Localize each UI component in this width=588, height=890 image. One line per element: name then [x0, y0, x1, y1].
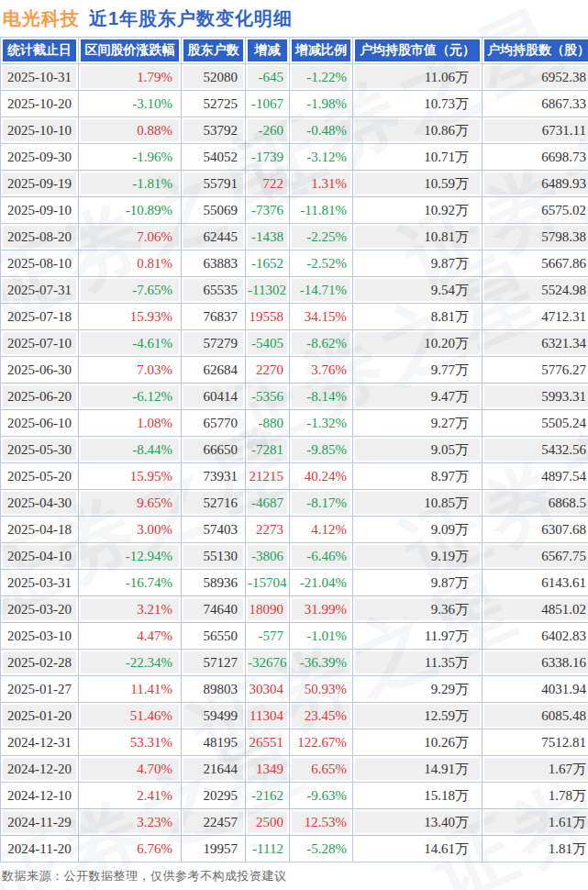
avg-market-value-cell: 9.36万	[353, 596, 482, 622]
date-cell: 2025-07-10	[1, 330, 78, 356]
avg-market-value-cell: 9.54万	[353, 277, 482, 303]
change-ratio-cell: 23.45%	[290, 703, 352, 729]
change-cell: -1112	[246, 836, 289, 862]
avg-shares-cell: 4851.02	[483, 596, 588, 622]
change-ratio-cell: -8.14%	[290, 384, 352, 409]
change-ratio-cell: 31.99%	[290, 596, 352, 622]
table-row: 2024-11-206.76%19957-1112-5.28%14.61万1.8…	[1, 836, 588, 862]
avg-market-value-cell: 11.97万	[353, 623, 482, 649]
change-cell: -15704	[246, 570, 289, 595]
table-row: 2025-03-104.47%56550-577-1.01%11.97万6402…	[1, 623, 588, 649]
table-row: 2025-07-31-7.65%65535-11302-14.71%9.54万5…	[1, 277, 588, 303]
table-row: 2025-06-307.03%6268422703.76%9.77万5776.2…	[1, 357, 588, 383]
change-cell: -260	[246, 117, 289, 143]
change-ratio-cell: -3.12%	[290, 144, 352, 170]
date-cell: 2025-10-10	[1, 117, 78, 143]
avg-shares-cell: 6868.5	[483, 490, 588, 516]
avg-market-value-cell: 11.06万	[353, 64, 482, 90]
change-ratio-cell: -8.62%	[290, 330, 352, 356]
avg-shares-cell: 6307.68	[483, 517, 588, 542]
change-cell: -7376	[246, 197, 289, 223]
holders-cell: 22457	[182, 809, 245, 835]
change-cell: -1067	[246, 91, 289, 117]
avg-shares-cell: 4712.31	[483, 304, 588, 329]
change-ratio-cell: 122.67%	[290, 729, 352, 755]
avg-shares-cell: 6731.11	[483, 117, 588, 143]
avg-market-value-cell: 15.18万	[353, 783, 482, 808]
holders-cell: 62684	[182, 357, 245, 383]
change-cell: 2273	[246, 517, 289, 542]
avg-market-value-cell: 9.09万	[353, 517, 482, 542]
holders-cell: 52080	[182, 64, 245, 90]
avg-shares-cell: 4031.94	[483, 676, 588, 702]
avg-shares-cell: 6489.93	[483, 171, 588, 196]
avg-shares-cell: 1.78万	[483, 783, 588, 808]
date-cell: 2025-09-19	[1, 171, 78, 196]
data-source-note: 数据来源：公开数据整理，仅供参考不构成投资建议	[0, 868, 588, 884]
avg-shares-cell: 6698.73	[483, 144, 588, 170]
table-row: 2025-07-1815.93%768371955834.15%8.81万471…	[1, 304, 588, 329]
holders-cell: 52716	[182, 490, 245, 516]
change-cell: -5405	[246, 330, 289, 356]
change-ratio-cell: 12.53%	[290, 809, 352, 835]
date-cell: 2025-09-30	[1, 144, 78, 170]
table-row: 2025-06-101.08%65770-880-1.32%9.27万5505.…	[1, 410, 588, 436]
column-header-price-change: 区间股价涨跌幅	[79, 38, 181, 63]
holders-cell: 57403	[182, 517, 245, 542]
table-row: 2025-02-28-22.34%57127-32676-36.39%11.35…	[1, 650, 588, 675]
price-change-cell: 7.03%	[79, 357, 181, 383]
change-cell: 2270	[246, 357, 289, 383]
price-change-cell: -10.89%	[79, 197, 181, 223]
avg-market-value-cell: 10.71万	[353, 144, 482, 170]
change-cell: 2500	[246, 809, 289, 835]
table-row: 2025-08-207.06%62445-1438-2.25%10.81万579…	[1, 224, 588, 250]
date-cell: 2025-06-20	[1, 384, 78, 409]
table-row: 2025-03-31-16.74%58936-15704-21.04%9.87万…	[1, 570, 588, 595]
date-cell: 2024-11-20	[1, 836, 78, 862]
date-cell: 2025-06-30	[1, 357, 78, 383]
date-cell: 2025-03-20	[1, 596, 78, 622]
change-cell: -1739	[246, 144, 289, 170]
date-cell: 2025-02-28	[1, 650, 78, 675]
table-body: 2025-10-311.79%52080-645-1.22%11.06万6952…	[1, 64, 588, 862]
holders-cell: 52725	[182, 91, 245, 117]
avg-market-value-cell: 10.85万	[353, 490, 482, 516]
avg-market-value-cell: 9.47万	[353, 384, 482, 409]
holders-cell: 74640	[182, 596, 245, 622]
avg-shares-cell: 6952.38	[483, 64, 588, 90]
change-cell: -11302	[246, 277, 289, 303]
avg-shares-cell: 5505.24	[483, 410, 588, 436]
change-ratio-cell: -6.46%	[290, 543, 352, 569]
table-row: 2025-01-2711.41%898033030450.93%9.29万403…	[1, 676, 588, 702]
change-cell: 30304	[246, 676, 289, 702]
holders-cell: 65535	[182, 277, 245, 303]
date-cell: 2025-08-20	[1, 224, 78, 250]
holders-cell: 58936	[182, 570, 245, 595]
table-row: 2025-05-30-8.44%66650-7281-9.85%9.05万543…	[1, 437, 588, 462]
date-cell: 2025-04-30	[1, 490, 78, 516]
holders-cell: 76837	[182, 304, 245, 329]
change-ratio-cell: 1.31%	[290, 171, 352, 196]
price-change-cell: -7.65%	[79, 277, 181, 303]
change-cell: -4687	[246, 490, 289, 516]
avg-shares-cell: 5524.98	[483, 277, 588, 303]
table-row: 2025-09-30-1.96%54052-1739-3.12%10.71万66…	[1, 144, 588, 170]
avg-shares-cell: 6338.16	[483, 650, 588, 675]
date-cell: 2025-03-31	[1, 570, 78, 595]
holders-cell: 62445	[182, 224, 245, 250]
price-change-cell: 4.47%	[79, 623, 181, 649]
avg-shares-cell: 5667.86	[483, 250, 588, 276]
avg-market-value-cell: 9.05万	[353, 437, 482, 462]
holders-table: 统计截止日 区间股价涨跌幅 股东户数 增减 增减比例 户均持股市值（元） 户均持…	[0, 37, 588, 862]
change-ratio-cell: -9.63%	[290, 783, 352, 808]
avg-market-value-cell: 9.87万	[353, 570, 482, 595]
holders-cell: 54052	[182, 144, 245, 170]
price-change-cell: 0.88%	[79, 117, 181, 143]
table-row: 2025-06-20-6.12%60414-5356-8.14%9.47万599…	[1, 384, 588, 409]
price-change-cell: -4.61%	[79, 330, 181, 356]
holders-cell: 59499	[182, 703, 245, 729]
holders-cell: 63883	[182, 250, 245, 276]
price-change-cell: 3.21%	[79, 596, 181, 622]
table-row: 2025-05-2015.95%739312121540.24%8.97万489…	[1, 463, 588, 489]
change-cell: 1349	[246, 756, 289, 782]
